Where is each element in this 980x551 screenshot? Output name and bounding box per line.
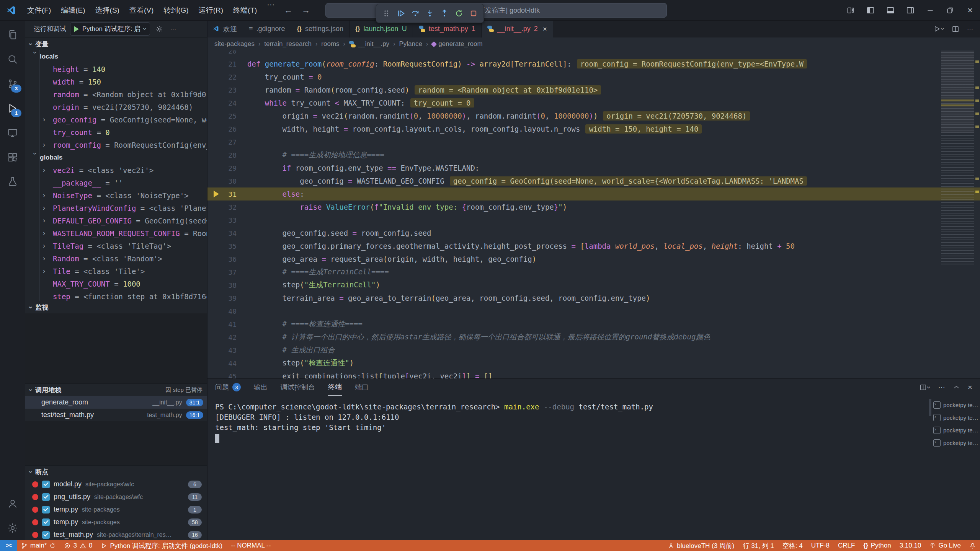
variable-row-geo_config[interactable]: ›geo_config = GeoConfig(seed=None, wor… [25, 113, 207, 126]
watch-section-header[interactable]: › 监视 [25, 301, 207, 313]
variable-row-vec2i[interactable]: ›vec2i = <class 'vec2i'> [25, 164, 207, 176]
git-blame-item[interactable]: blueloveTH (3 周前) [664, 540, 738, 551]
variable-row-random[interactable]: random = <Random object at 0x1bf9d01e… [25, 88, 207, 101]
code-line-30[interactable]: 30 geo_config = WASTELAND_GEO_CONFIGgeo_… [207, 174, 980, 187]
menu-item-5[interactable]: 运行(R) [194, 0, 228, 20]
step-over-icon[interactable] [409, 7, 421, 20]
terminal-scrollbar[interactable] [929, 396, 932, 540]
code-line-21[interactable]: 21def generate_room(room_config: RoomReq… [207, 57, 980, 70]
source-control-icon[interactable]: 3 [0, 72, 25, 96]
nav-forward-icon[interactable]: → [297, 5, 315, 15]
restore-icon[interactable] [940, 0, 960, 20]
breadcrumb-item-rooms[interactable]: rooms [321, 40, 339, 48]
debug-config-select[interactable]: Python 调试程序: 启 › [70, 22, 150, 36]
stack-frame-generate_room[interactable]: generate_room__init__.py31:1 [25, 396, 207, 409]
menu-item-4[interactable]: 转到(G) [158, 0, 193, 20]
menu-item-6[interactable]: 终端(T) [228, 0, 262, 20]
more-actions-icon[interactable]: ··· [168, 26, 178, 33]
code-line-40[interactable]: 40 [207, 305, 980, 318]
more-actions-icon[interactable]: ··· [967, 26, 973, 33]
code-line-27[interactable]: 27 [207, 135, 980, 148]
run-python-file-icon[interactable]: › [933, 25, 944, 33]
search-sidebar-icon[interactable] [0, 47, 25, 72]
cursor-position-item[interactable]: 行 31, 列 1 [739, 540, 778, 551]
split-terminal-icon[interactable]: › [920, 384, 930, 391]
variable-row-try_count[interactable]: try_count = 0 [25, 126, 207, 139]
remote-indicator[interactable]: >< [0, 540, 17, 551]
panel-tab-输出[interactable]: 输出 [254, 379, 268, 396]
terminal-instance-3[interactable]: pocketpy te… [932, 437, 980, 449]
step-into-icon[interactable] [424, 7, 436, 20]
remote-explorer-icon[interactable] [0, 121, 25, 145]
run-debug-icon[interactable]: 1 [0, 96, 25, 121]
restart-icon[interactable] [453, 7, 465, 20]
variable-row-NoiseType[interactable]: ›NoiseType = <class 'NoiseType'> [25, 189, 207, 202]
vim-mode-indicator[interactable]: -- NORMAL -- [227, 540, 275, 551]
minimap[interactable] [941, 52, 974, 266]
code-line-25[interactable]: 25 origin = vec2i(random.randint(0, 1000… [207, 109, 980, 122]
code-line-37[interactable]: 37 # ====生成TerrainCell==== [207, 266, 980, 279]
panel-tab-终端[interactable]: 终端 [328, 379, 342, 396]
close-window-icon[interactable]: × [960, 0, 980, 20]
panel-tab-调试控制台[interactable]: 调试控制台 [281, 379, 315, 396]
testing-icon[interactable] [0, 170, 25, 194]
indentation-item[interactable]: 空格: 4 [778, 540, 807, 551]
drag-handle-icon[interactable] [380, 7, 392, 20]
breadcrumb-item-Pylance[interactable]: Pylance [399, 40, 422, 48]
code-line-20[interactable]: 20 [207, 51, 980, 57]
variable-row-PlanetaryWindConfig[interactable]: ›PlanetaryWindConfig = <class 'Planeta… [25, 202, 207, 214]
settings-gear-icon[interactable] [0, 516, 25, 540]
code-line-38[interactable]: 38 step("生成TerrainCell") [207, 279, 980, 292]
code-line-42[interactable]: 42 # 计算每一个出口的中心，然后使用astar生成路径，确保每一个出口组合都… [207, 331, 980, 344]
breadcrumb-item-terrain_research[interactable]: terrain_research [264, 40, 312, 48]
extensions-icon[interactable] [0, 145, 25, 170]
variable-row-height[interactable]: height = 140 [25, 63, 207, 75]
terminal-instance-0[interactable]: pocketpy te… [932, 399, 980, 411]
close-tab-icon[interactable]: × [543, 25, 547, 33]
breakpoint-row-3[interactable]: temp.pysite-packages58 [25, 516, 207, 528]
stop-icon[interactable] [467, 7, 480, 20]
continue-icon[interactable] [395, 7, 407, 20]
language-mode-item[interactable]: {} Python [859, 540, 895, 551]
code-line-29[interactable]: 29 if room_config.env_type == EnvType.WA… [207, 161, 980, 174]
code-line-23[interactable]: 23 random = Random(room_config.seed)rand… [207, 83, 980, 96]
code-line-34[interactable]: 34 geo_config.seed = room_config.seed [207, 227, 980, 240]
nav-back-icon[interactable]: ← [279, 5, 297, 15]
menu-item-7[interactable]: ··· [262, 0, 279, 20]
encoding-item[interactable]: UTF-8 [807, 540, 834, 551]
more-actions-icon[interactable]: ··· [938, 383, 945, 391]
tab-.gdignore[interactable]: ≡.gdignore [243, 20, 291, 37]
code-line-26[interactable]: 26 width, height = room_config.layout.n_… [207, 122, 980, 135]
code-line-44[interactable]: 44 step("检查连通性") [207, 357, 980, 370]
tab-settings.json[interactable]: {}settings.json [291, 20, 350, 37]
breakpoint-row-0[interactable]: model.pysite-packages\wfc6 [25, 478, 207, 491]
breakpoint-row-1[interactable]: png_utils.pysite-packages\wfc11 [25, 491, 207, 503]
terminal-instance-1[interactable]: pocketpy te… [932, 411, 980, 424]
tab-欢迎[interactable]: 欢迎 [207, 20, 243, 37]
close-panel-icon[interactable]: × [968, 383, 972, 392]
maximize-panel-icon[interactable] [953, 384, 960, 391]
variables-section-header[interactable]: › 变量 [25, 37, 207, 50]
code-line-31[interactable]: 31 else: [207, 187, 980, 201]
code-line-43[interactable]: 43 # 生成出口组合 [207, 344, 980, 357]
breakpoint-checkbox[interactable] [42, 481, 50, 488]
variable-row-step[interactable]: step = <function step at 0x1bf8d716d… [25, 290, 207, 301]
problems-item[interactable]: 3 0 [60, 540, 96, 551]
menu-item-3[interactable]: 查看(V) [124, 0, 158, 20]
start-debug-icon[interactable] [74, 26, 79, 32]
breakpoint-row-2[interactable]: temp.pysite-packages1 [25, 503, 207, 516]
variable-row-TileTag[interactable]: ›TileTag = <class 'TileTag'> [25, 240, 207, 252]
code-editor[interactable]: 2021def generate_room(room_config: RoomR… [207, 51, 980, 378]
go-live-item[interactable]: Go Live [925, 540, 965, 551]
panel-tab-端口[interactable]: 端口 [355, 379, 369, 396]
tab-__init__.py[interactable]: __init__.py2× [482, 20, 553, 37]
variable-row-WASTELAND_ROOM_REQUEST_CONFIG[interactable]: ›WASTELAND_ROOM_REQUEST_CONFIG = RoomR… [25, 227, 207, 240]
python-version-item[interactable]: 3.10.10 [895, 540, 926, 551]
notifications-item[interactable] [965, 540, 980, 551]
code-line-35[interactable]: 35 geo_config.primary_forces.geothermal_… [207, 240, 980, 253]
breadcrumb-item-generate_room[interactable]: generate_room [432, 40, 482, 48]
breakpoint-checkbox[interactable] [42, 518, 50, 526]
variable-row-__package__[interactable]: __package__ = '' [25, 176, 207, 189]
variable-row-room_config[interactable]: ›room_config = RoomRequestConfig(env_t… [25, 139, 207, 151]
toggle-panel-icon[interactable] [880, 0, 900, 20]
